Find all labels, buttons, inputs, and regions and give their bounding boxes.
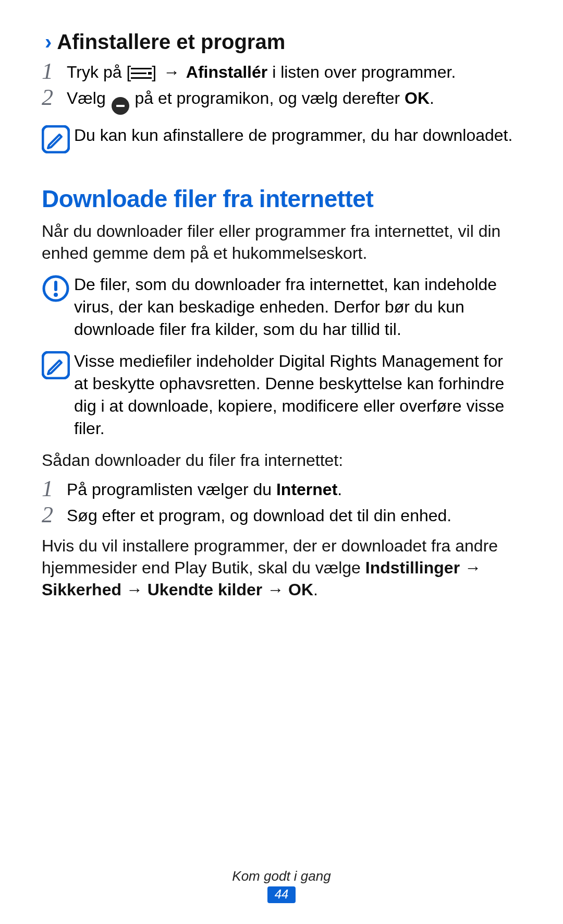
step-row: 1 På programlisten vælger du Internet. bbox=[42, 478, 521, 501]
note-pencil-icon bbox=[42, 350, 74, 381]
step-row: 2 Vælg på et programikon, og vælg dereft… bbox=[42, 87, 521, 115]
warning-text: De filer, som du downloader fra internet… bbox=[74, 273, 521, 341]
text-fragment: På programlisten vælger du bbox=[67, 480, 276, 499]
step-row: 2 Søg efter et program, og download det … bbox=[42, 505, 521, 527]
arrow-icon: → bbox=[262, 580, 288, 599]
text-fragment: ] bbox=[152, 63, 161, 81]
svg-point-7 bbox=[54, 293, 58, 297]
minus-circle-icon bbox=[112, 97, 129, 115]
text-fragment: Tryk på [ bbox=[67, 63, 131, 81]
svg-rect-3 bbox=[131, 77, 152, 79]
note-pencil-icon bbox=[42, 124, 74, 155]
section-heading: Downloade filer fra internettet bbox=[42, 185, 521, 213]
step-text: På programlisten vælger du Internet. bbox=[67, 478, 521, 501]
page-number-badge: 44 bbox=[267, 886, 296, 903]
note-text: Du kan kun afinstallere de programmer, d… bbox=[74, 124, 521, 147]
step-number: 1 bbox=[42, 477, 67, 500]
text-fragment: . bbox=[430, 89, 434, 107]
paragraph: Når du downloader filer eller programmer… bbox=[42, 220, 521, 264]
bold-text: Afinstallér bbox=[182, 63, 267, 81]
text-fragment: . bbox=[337, 480, 342, 499]
step-text: Søg efter et program, og download det ti… bbox=[67, 505, 521, 527]
text-fragment: på et programikon, og vælg derefter bbox=[130, 89, 405, 107]
step-number: 2 bbox=[42, 503, 67, 526]
arrow-icon: → bbox=[460, 558, 481, 577]
paragraph: Sådan downloader du filer fra internette… bbox=[42, 449, 521, 471]
page-footer: Kom godt i gang 44 bbox=[0, 868, 563, 903]
bold-text: OK bbox=[405, 89, 430, 107]
bold-text: Internet bbox=[276, 480, 337, 499]
bold-text: Indstillinger bbox=[365, 558, 460, 577]
chevron-right-icon: › bbox=[45, 30, 52, 53]
svg-rect-1 bbox=[131, 73, 146, 74]
svg-rect-0 bbox=[131, 68, 152, 69]
footer-section-label: Kom godt i gang bbox=[0, 868, 563, 884]
step-text: Vælg på et programikon, og vælg derefter… bbox=[67, 87, 521, 115]
note-block: Visse mediefiler indeholder Digital Righ… bbox=[42, 350, 521, 440]
arrow-icon: → bbox=[161, 61, 182, 83]
step-row: 1 Tryk på [] → Afinstallér i listen over… bbox=[42, 61, 521, 84]
step-text: Tryk på [] → Afinstallér i listen over p… bbox=[67, 61, 521, 83]
text-fragment: Vælg bbox=[67, 89, 111, 107]
text-fragment: i listen over programmer. bbox=[267, 63, 456, 81]
menu-icon bbox=[131, 67, 152, 80]
note-block: Du kan kun afinstallere de programmer, d… bbox=[42, 124, 521, 155]
document-page: ›Afinstallere et program 1 Tryk på [] → … bbox=[0, 0, 563, 924]
bold-text: Sikkerhed bbox=[42, 580, 121, 599]
text-fragment: . bbox=[313, 580, 318, 599]
bold-text: Ukendte kilder bbox=[148, 580, 263, 599]
warning-block: De filer, som du downloader fra internet… bbox=[42, 273, 521, 341]
arrow-icon: → bbox=[121, 580, 148, 599]
note-text: Visse mediefiler indeholder Digital Righ… bbox=[74, 350, 521, 440]
warning-icon bbox=[42, 273, 74, 305]
subsection-title: Afinstallere et program bbox=[57, 30, 285, 53]
step-number: 2 bbox=[42, 86, 67, 109]
bold-text: OK bbox=[288, 580, 313, 599]
subsection-heading: ›Afinstallere et program bbox=[45, 30, 521, 54]
svg-rect-6 bbox=[54, 281, 57, 291]
paragraph: Hvis du vil installere programmer, der e… bbox=[42, 535, 521, 601]
step-number: 1 bbox=[42, 60, 67, 83]
